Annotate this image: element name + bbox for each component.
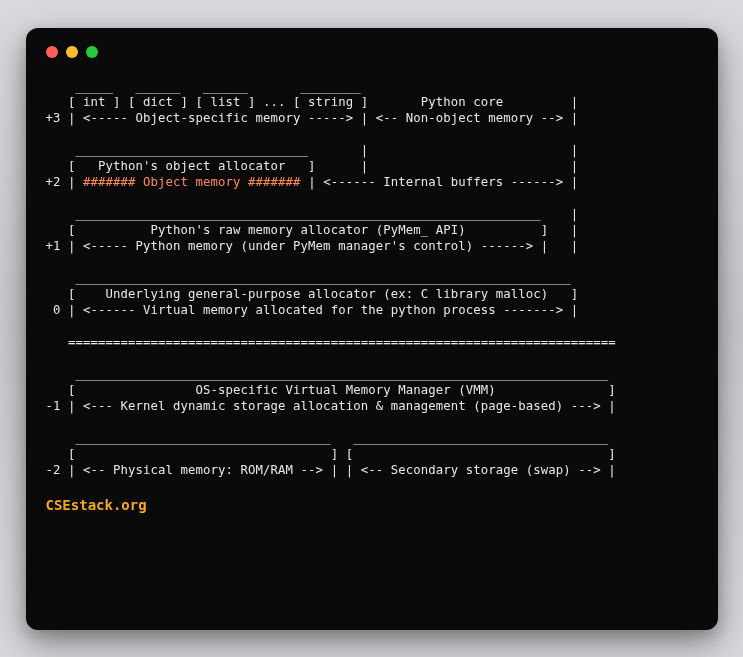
accent-row-mid: ####### Object memory ####### <box>83 175 301 189</box>
zoom-icon[interactable] <box>86 46 98 58</box>
window-controls <box>46 46 698 58</box>
accent-row-suffix: | <------ Internal buffers ------> | <box>301 175 579 189</box>
close-icon[interactable] <box>46 46 58 58</box>
block-bottom: ________________________________________… <box>46 207 616 477</box>
accent-row-prefix: +2 | <box>46 175 84 189</box>
minimize-icon[interactable] <box>66 46 78 58</box>
terminal-window: _____ ______ ______ ________ [ int ] [ d… <box>26 28 718 630</box>
block-top: _____ ______ ______ ________ [ int ] [ d… <box>46 80 579 174</box>
brand-label: CSEstack.org <box>46 497 698 513</box>
diagram-text: _____ ______ ______ ________ [ int ] [ d… <box>46 80 698 480</box>
